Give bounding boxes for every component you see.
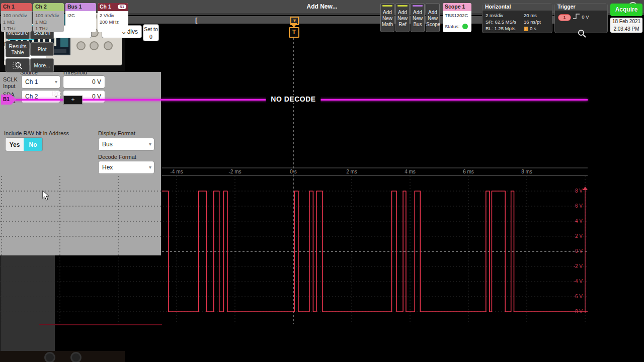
channel-badge-ch1[interactable]: Ch 1 100 mV/div 1 MΩ 1 THz [1,3,32,32]
y-tick-label: -6 V [567,294,583,299]
x-tick-label: 6 ms [458,169,478,174]
trigger-header: Trigger [555,4,607,11]
display-format-dropdown[interactable]: Bus [98,138,154,151]
add-new-scope-button[interactable]: Add New Scope [426,3,440,32]
decode-format-label: Decode Format [98,154,136,160]
plot-bottom-edge [39,324,162,325]
rw-no-button[interactable]: No [24,137,43,151]
status-ok-icon [462,24,468,29]
horizontal-badge[interactable]: Horizontal 2 ms/div 20 ms SR: 62.5 MS/s … [482,3,552,33]
bus-header: Bus 1 [65,3,96,11]
search-zoom-icon[interactable] [578,29,587,38]
magnifier-icon [13,61,23,70]
y-tick-label: -8 V [567,309,583,314]
x-tick-label: 8 ms [517,169,537,174]
add-new-bus-button[interactable]: Add New Bus [411,3,425,32]
set-to-zero-button[interactable]: Set to 0 [143,24,159,41]
bus1-expand-button[interactable]: + [63,96,83,105]
plot-button[interactable]: Plot [30,42,54,56]
add-new-panel: Add New... Cursors Callout Measure Searc… [0,255,55,362]
no-decode-label: NO DECODE [266,95,320,103]
y-tick-label: 8 V [567,188,583,194]
scope1-tag: S1 [118,5,126,9]
rw-bit-label: Include R/W bit in Address [4,130,69,136]
channel-badge-remote-ch1[interactable]: S1 Ch 1 2 V/div 200 MHz [98,3,128,32]
channel-badge-ch2[interactable]: Ch 2 100 mV/div 1 MΩ 1 THz [33,3,64,32]
results-table-button[interactable]: Results Table [6,41,30,57]
x-tick-label: 2 ms [342,169,362,174]
trigger-badge[interactable]: Trigger 1 0 V [554,3,608,33]
x-tick-label: 4 ms [400,169,420,174]
x-tick-label: 0 s [283,169,303,174]
threshold-label: Threshold [62,69,87,75]
bus1-wave-label: I2C [52,90,61,98]
scope-knob-icon [76,41,86,50]
channel-header: Ch 2 [33,3,64,11]
display-format-label: Display Format [98,130,135,136]
mouse-cursor-icon [42,190,50,201]
scope1-header: Scope 1 [443,3,471,11]
datetime-display: 18 Feb 2021 2:03:43 PM [610,18,642,33]
acquire-button[interactable]: Acquire [610,4,642,16]
volt-ruler-arrow-icon [583,187,588,190]
y-tick-label: 4 V [567,218,583,224]
tekscope-app: -4 ms-2 ms0 s2 ms4 ms6 ms8 ms 8 V6 V4 V2… [0,0,644,362]
rising-edge-icon [573,13,581,20]
trigger-level: 0 V [582,14,589,20]
rw-yes-button[interactable]: Yes [5,137,24,151]
sclk-threshold-input[interactable]: 0 V [63,75,105,88]
y-tick-label: -4 V [567,279,583,284]
status-label: Status: [445,24,460,29]
scope-model: TBS1202C [445,12,469,19]
scope1-badge[interactable]: Scope 1 TBS1202C Status: [443,3,471,32]
horizontal-header: Horizontal [482,4,552,11]
scope-knob-icon [104,41,113,50]
sclk-input-label: SCLK Input [3,76,20,89]
add-new-math-button[interactable]: Add New Math [380,3,394,32]
x-tick-label: -2 ms [225,169,245,174]
y-tick-label: 2 V [567,233,583,239]
y-tick-label: -2 V [567,263,583,269]
y-tick-label: 0 V [567,248,583,254]
scope-knob-icon [90,41,99,50]
channel-header: S1 Ch 1 [98,3,128,11]
y-tick-label: 6 V [567,203,583,209]
trigger-pos-icon: T [524,27,528,31]
decode-format-dropdown[interactable]: Hex [98,161,154,174]
bus-badge-bus1[interactable]: Bus 1 I2C [65,3,96,32]
trigger-position-marker[interactable]: T [289,27,299,38]
zoom-range-left-bracket[interactable]: [ [195,16,197,24]
bus1-signal-trace [162,191,588,312]
channel-header: Ch 1 [1,3,32,11]
more-button[interactable]: More... [30,58,54,72]
trigger-source-pill: 1 [558,14,571,21]
add-new-ref-button[interactable]: Add New Ref [395,3,410,32]
zoom-mode-button[interactable] [6,58,30,72]
sclk-source-dropdown[interactable]: Ch 1 [21,75,60,88]
x-tick-label: -4 ms [167,169,187,174]
